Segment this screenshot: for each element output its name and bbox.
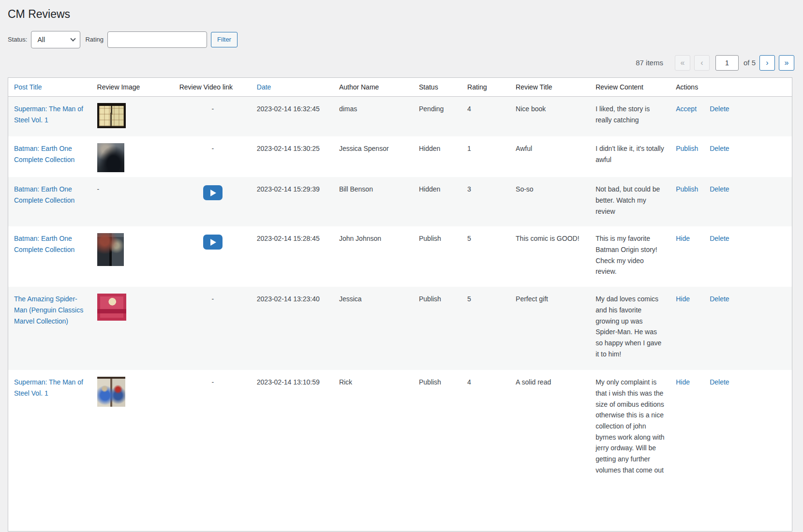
review-rating: 4	[461, 96, 510, 136]
column-header-review-image: Review Image	[91, 77, 174, 96]
rating-input[interactable]	[107, 31, 207, 48]
column-header-date[interactable]: Date	[251, 77, 333, 96]
author-name: Jessica	[333, 287, 413, 370]
review-title: So-so	[510, 177, 590, 226]
author-name: John Johnson	[333, 226, 413, 287]
filter-bar: Status: All Rating Filter	[8, 31, 794, 48]
post-title-link[interactable]: Superman: The Man of Steel Vol. 1	[14, 378, 83, 397]
review-image-cell	[91, 226, 174, 287]
column-header-rating: Rating	[461, 77, 510, 96]
batman-panels-thumbnail	[97, 233, 124, 266]
review-status: Publish	[413, 287, 461, 370]
column-header-status: Status	[413, 77, 461, 96]
current-page-input[interactable]	[715, 55, 739, 71]
column-header-author-name: Author Name	[333, 77, 413, 96]
author-name: dimas	[333, 96, 413, 136]
review-rating: 5	[461, 226, 510, 287]
column-header-actions: Actions	[670, 77, 792, 96]
review-content: My dad loves comics and his favorite gro…	[590, 287, 670, 370]
review-date: 2023-02-14 13:10:59	[251, 370, 333, 531]
video-play-icon[interactable]	[203, 235, 223, 250]
moderate-action-link[interactable]: Hide	[676, 233, 702, 244]
review-status: Publish	[413, 226, 461, 287]
review-title: This comic is GOOD!	[510, 226, 590, 287]
status-select[interactable]: All	[31, 31, 80, 48]
post-title-link[interactable]: The Amazing Spider-Man (Penguin Classics…	[14, 295, 83, 325]
delete-action-link[interactable]: Delete	[710, 378, 729, 386]
page-title: CM Reviews	[8, 6, 794, 23]
author-name: Rick	[333, 370, 413, 531]
table-row: Batman: Earth One Complete Collection 20…	[8, 226, 792, 287]
review-content: My only complaint is that i wish this wa…	[590, 370, 670, 531]
post-title-link[interactable]: Batman: Earth One Complete Collection	[14, 235, 74, 253]
review-date: 2023-02-14 15:30:25	[251, 136, 333, 177]
delete-action-link[interactable]: Delete	[710, 235, 729, 242]
open-comic-thumbnail	[97, 103, 126, 128]
status-select-value: All	[37, 36, 45, 44]
review-video-cell: -	[174, 287, 251, 370]
review-content: I liked, the story is really catching	[590, 96, 670, 136]
review-rating: 4	[461, 370, 510, 531]
review-rating: 3	[461, 177, 510, 226]
review-date: 2023-02-14 16:32:45	[251, 96, 333, 136]
review-content: Not bad, but could be better. Watch my r…	[590, 177, 670, 226]
review-image-cell	[91, 96, 174, 136]
video-play-icon[interactable]	[203, 185, 223, 200]
pagination-bar: 87 items « ‹ of 5 › »	[8, 55, 794, 71]
review-video-cell: -	[174, 370, 251, 531]
review-rating: 1	[461, 136, 510, 177]
delete-action-link[interactable]: Delete	[710, 105, 729, 113]
table-row: Superman: The Man of Steel Vol. 1 - 2023…	[8, 96, 792, 136]
moderate-action-link[interactable]: Hide	[676, 294, 702, 305]
superman-panels-thumbnail	[97, 377, 125, 407]
spiderman-pink-thumbnail	[97, 294, 126, 321]
post-title-link[interactable]: Batman: Earth One Complete Collection	[14, 185, 74, 204]
review-date: 2023-02-14 15:29:39	[251, 177, 333, 226]
reviews-table: Post TitleReview ImageReview Video linkD…	[8, 77, 792, 532]
review-image-cell: -	[91, 177, 174, 226]
review-date: 2023-02-14 15:28:45	[251, 226, 333, 287]
review-title: A solid read	[510, 370, 590, 531]
review-image-cell	[91, 287, 174, 370]
review-video-cell	[174, 177, 251, 226]
moderate-action-link[interactable]: Accept	[676, 103, 702, 115]
moderate-action-link[interactable]: Publish	[676, 184, 702, 195]
column-header-review-content: Review Content	[590, 77, 670, 96]
next-page-button[interactable]: ›	[759, 55, 775, 71]
moderate-action-link[interactable]: Hide	[676, 377, 702, 388]
review-content: I didn't like it, it's totally awful	[590, 136, 670, 177]
delete-action-link[interactable]: Delete	[710, 145, 729, 152]
review-image-cell	[91, 370, 174, 531]
moderate-action-link[interactable]: Publish	[676, 143, 702, 154]
rating-label: Rating	[85, 36, 104, 43]
review-video-cell: -	[174, 136, 251, 177]
status-label: Status:	[8, 36, 27, 43]
review-status: Hidden	[413, 136, 461, 177]
delete-action-link[interactable]: Delete	[710, 295, 729, 303]
author-name: Bill Benson	[333, 177, 413, 226]
delete-action-link[interactable]: Delete	[710, 185, 729, 193]
column-header-review-video-link: Review Video link	[174, 77, 251, 96]
review-rating: 5	[461, 287, 510, 370]
table-row: The Amazing Spider-Man (Penguin Classics…	[8, 287, 792, 370]
review-image-cell	[91, 136, 174, 177]
review-content: This is my favorite Batman Origin story!…	[590, 226, 670, 287]
review-status: Hidden	[413, 177, 461, 226]
filter-button[interactable]: Filter	[211, 32, 238, 47]
column-header-post-title[interactable]: Post Title	[8, 77, 91, 96]
review-title: Perfect gift	[510, 287, 590, 370]
chevron-down-icon	[71, 36, 76, 41]
prev-page-button[interactable]: ‹	[694, 55, 710, 71]
items-count: 87 items	[636, 59, 663, 67]
review-date: 2023-02-14 13:23:40	[251, 287, 333, 370]
last-page-button[interactable]: »	[779, 55, 794, 71]
review-title: Awful	[510, 136, 590, 177]
review-video-cell: -	[174, 96, 251, 136]
review-title: Nice book	[510, 96, 590, 136]
table-header-row: Post TitleReview ImageReview Video linkD…	[8, 77, 792, 96]
post-title-link[interactable]: Superman: The Man of Steel Vol. 1	[14, 105, 83, 124]
post-title-link[interactable]: Batman: Earth One Complete Collection	[14, 145, 74, 163]
review-video-cell	[174, 226, 251, 287]
first-page-button[interactable]: «	[675, 55, 690, 71]
total-pages-label: of 5	[744, 59, 756, 67]
